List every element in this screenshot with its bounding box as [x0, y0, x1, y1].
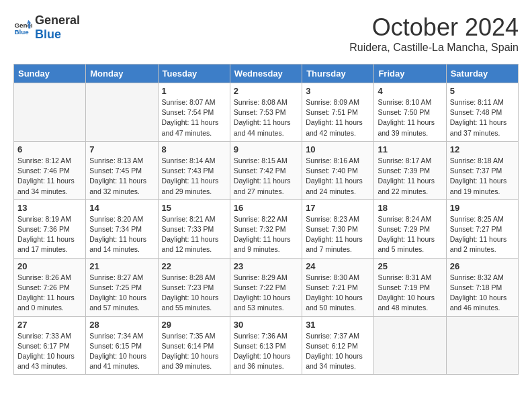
- title-block: October 2024 Ruidera, Castille-La Mancha…: [349, 13, 519, 54]
- day-number: 8: [162, 144, 226, 154]
- calendar-cell: 24Sunrise: 8:30 AM Sunset: 7:21 PM Dayli…: [302, 258, 374, 316]
- calendar-cell: [374, 316, 446, 375]
- day-number: 11: [378, 144, 442, 154]
- day-info: Sunrise: 7:36 AM Sunset: 6:13 PM Dayligh…: [234, 331, 298, 372]
- header-row: SundayMondayTuesdayWednesdayThursdayFrid…: [14, 64, 519, 83]
- calendar-cell: 16Sunrise: 8:22 AM Sunset: 7:32 PM Dayli…: [230, 199, 302, 258]
- page-header: General Blue General Blue October 2024 R…: [13, 13, 519, 54]
- calendar-cell: 5Sunrise: 8:11 AM Sunset: 7:48 PM Daylig…: [446, 83, 518, 142]
- logo-blue-text: Blue: [35, 28, 61, 41]
- day-info: Sunrise: 8:25 AM Sunset: 7:27 PM Dayligh…: [450, 214, 515, 255]
- calendar-cell: [446, 316, 518, 375]
- calendar-cell: 7Sunrise: 8:13 AM Sunset: 7:45 PM Daylig…: [86, 141, 158, 199]
- day-info: Sunrise: 8:19 AM Sunset: 7:36 PM Dayligh…: [17, 214, 82, 255]
- header-wednesday: Wednesday: [230, 64, 302, 83]
- svg-text:Blue: Blue: [14, 28, 29, 36]
- month-title: October 2024: [349, 13, 519, 42]
- day-number: 24: [306, 261, 370, 271]
- calendar-cell: 21Sunrise: 8:27 AM Sunset: 7:25 PM Dayli…: [86, 258, 158, 316]
- day-info: Sunrise: 8:14 AM Sunset: 7:43 PM Dayligh…: [162, 156, 226, 197]
- day-number: 16: [234, 203, 298, 213]
- day-number: 20: [17, 261, 82, 271]
- day-info: Sunrise: 8:18 AM Sunset: 7:37 PM Dayligh…: [450, 156, 515, 197]
- day-info: Sunrise: 8:16 AM Sunset: 7:40 PM Dayligh…: [306, 156, 370, 197]
- day-info: Sunrise: 8:09 AM Sunset: 7:51 PM Dayligh…: [306, 97, 370, 138]
- calendar-cell: 22Sunrise: 8:28 AM Sunset: 7:23 PM Dayli…: [158, 258, 230, 316]
- day-number: 7: [89, 144, 154, 154]
- calendar-cell: [86, 83, 158, 142]
- day-number: 26: [450, 261, 515, 271]
- calendar-cell: 4Sunrise: 8:10 AM Sunset: 7:50 PM Daylig…: [374, 83, 446, 142]
- calendar-cell: 6Sunrise: 8:12 AM Sunset: 7:46 PM Daylig…: [14, 141, 86, 199]
- calendar-cell: 31Sunrise: 7:37 AM Sunset: 6:12 PM Dayli…: [302, 316, 374, 375]
- header-monday: Monday: [86, 64, 158, 83]
- day-info: Sunrise: 8:28 AM Sunset: 7:23 PM Dayligh…: [162, 273, 226, 314]
- logo: General Blue General Blue: [13, 13, 80, 42]
- day-number: 9: [234, 144, 298, 154]
- week-row-2: 6Sunrise: 8:12 AM Sunset: 7:46 PM Daylig…: [14, 141, 519, 199]
- day-info: Sunrise: 8:12 AM Sunset: 7:46 PM Dayligh…: [17, 156, 82, 197]
- week-row-4: 20Sunrise: 8:26 AM Sunset: 7:26 PM Dayli…: [14, 258, 519, 316]
- day-info: Sunrise: 8:31 AM Sunset: 7:19 PM Dayligh…: [378, 273, 442, 314]
- calendar-cell: 27Sunrise: 7:33 AM Sunset: 6:17 PM Dayli…: [14, 316, 86, 375]
- day-info: Sunrise: 8:15 AM Sunset: 7:42 PM Dayligh…: [234, 156, 298, 197]
- day-info: Sunrise: 7:34 AM Sunset: 6:15 PM Dayligh…: [89, 331, 154, 372]
- calendar-cell: [14, 83, 86, 142]
- day-number: 5: [450, 86, 515, 96]
- day-number: 4: [378, 86, 442, 96]
- day-number: 6: [17, 144, 82, 154]
- calendar-cell: 2Sunrise: 8:08 AM Sunset: 7:53 PM Daylig…: [230, 83, 302, 142]
- logo-text: General: [35, 13, 80, 27]
- day-info: Sunrise: 7:35 AM Sunset: 6:14 PM Dayligh…: [162, 331, 226, 372]
- day-number: 12: [450, 144, 515, 154]
- day-info: Sunrise: 8:29 AM Sunset: 7:22 PM Dayligh…: [234, 273, 298, 314]
- day-info: Sunrise: 7:37 AM Sunset: 6:12 PM Dayligh…: [306, 331, 370, 372]
- day-number: 1: [162, 86, 226, 96]
- day-number: 2: [234, 86, 298, 96]
- day-number: 13: [17, 203, 82, 213]
- day-number: 3: [306, 86, 370, 96]
- calendar-cell: 9Sunrise: 8:15 AM Sunset: 7:42 PM Daylig…: [230, 141, 302, 199]
- day-number: 25: [378, 261, 442, 271]
- day-info: Sunrise: 8:24 AM Sunset: 7:29 PM Dayligh…: [378, 214, 442, 255]
- day-number: 18: [378, 203, 442, 213]
- location: Ruidera, Castille-La Mancha, Spain: [349, 42, 519, 54]
- header-sunday: Sunday: [14, 64, 86, 83]
- calendar-cell: 17Sunrise: 8:23 AM Sunset: 7:30 PM Dayli…: [302, 199, 374, 258]
- day-number: 23: [234, 261, 298, 271]
- calendar-table: SundayMondayTuesdayWednesdayThursdayFrid…: [13, 64, 519, 375]
- calendar-cell: 23Sunrise: 8:29 AM Sunset: 7:22 PM Dayli…: [230, 258, 302, 316]
- calendar-cell: 3Sunrise: 8:09 AM Sunset: 7:51 PM Daylig…: [302, 83, 374, 142]
- day-info: Sunrise: 8:20 AM Sunset: 7:34 PM Dayligh…: [89, 214, 154, 255]
- day-number: 22: [162, 261, 226, 271]
- calendar-cell: 14Sunrise: 8:20 AM Sunset: 7:34 PM Dayli…: [86, 199, 158, 258]
- logo-icon: General Blue: [13, 18, 32, 37]
- header-tuesday: Tuesday: [158, 64, 230, 83]
- calendar-cell: 26Sunrise: 8:32 AM Sunset: 7:18 PM Dayli…: [446, 258, 518, 316]
- calendar-cell: 13Sunrise: 8:19 AM Sunset: 7:36 PM Dayli…: [14, 199, 86, 258]
- day-number: 27: [17, 320, 82, 330]
- calendar-cell: 18Sunrise: 8:24 AM Sunset: 7:29 PM Dayli…: [374, 199, 446, 258]
- calendar-cell: 15Sunrise: 8:21 AM Sunset: 7:33 PM Dayli…: [158, 199, 230, 258]
- day-info: Sunrise: 8:07 AM Sunset: 7:54 PM Dayligh…: [162, 97, 226, 138]
- day-info: Sunrise: 8:11 AM Sunset: 7:48 PM Dayligh…: [450, 97, 515, 138]
- header-thursday: Thursday: [302, 64, 374, 83]
- calendar-cell: 10Sunrise: 8:16 AM Sunset: 7:40 PM Dayli…: [302, 141, 374, 199]
- day-number: 14: [89, 203, 154, 213]
- day-number: 29: [162, 320, 226, 330]
- week-row-5: 27Sunrise: 7:33 AM Sunset: 6:17 PM Dayli…: [14, 316, 519, 375]
- header-friday: Friday: [374, 64, 446, 83]
- calendar-cell: 30Sunrise: 7:36 AM Sunset: 6:13 PM Dayli…: [230, 316, 302, 375]
- calendar-cell: 28Sunrise: 7:34 AM Sunset: 6:15 PM Dayli…: [86, 316, 158, 375]
- day-info: Sunrise: 8:17 AM Sunset: 7:39 PM Dayligh…: [378, 156, 442, 197]
- week-row-1: 1Sunrise: 8:07 AM Sunset: 7:54 PM Daylig…: [14, 83, 519, 142]
- day-number: 15: [162, 203, 226, 213]
- day-info: Sunrise: 8:13 AM Sunset: 7:45 PM Dayligh…: [89, 156, 154, 197]
- day-info: Sunrise: 8:22 AM Sunset: 7:32 PM Dayligh…: [234, 214, 298, 255]
- day-info: Sunrise: 8:32 AM Sunset: 7:18 PM Dayligh…: [450, 273, 515, 314]
- day-info: Sunrise: 8:10 AM Sunset: 7:50 PM Dayligh…: [378, 97, 442, 138]
- day-number: 30: [234, 320, 298, 330]
- day-info: Sunrise: 8:26 AM Sunset: 7:26 PM Dayligh…: [17, 273, 82, 314]
- calendar-cell: 11Sunrise: 8:17 AM Sunset: 7:39 PM Dayli…: [374, 141, 446, 199]
- day-info: Sunrise: 8:21 AM Sunset: 7:33 PM Dayligh…: [162, 214, 226, 255]
